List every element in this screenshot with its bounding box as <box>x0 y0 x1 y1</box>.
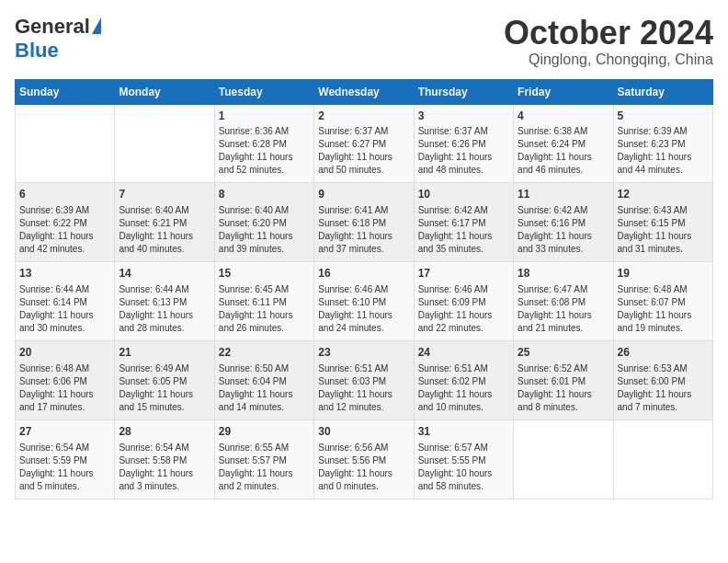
weekday-header-monday: Monday <box>115 79 214 104</box>
sunset-text: Sunset: 6:16 PM <box>518 218 586 228</box>
calendar-week-5: 27Sunrise: 6:54 AMSunset: 5:59 PMDayligh… <box>16 419 713 499</box>
sunset-text: Sunset: 6:27 PM <box>318 139 386 149</box>
sunset-text: Sunset: 6:17 PM <box>418 218 486 228</box>
sunset-text: Sunset: 6:24 PM <box>518 139 586 149</box>
day-number: 29 <box>219 424 310 440</box>
calendar-week-1: 1Sunrise: 6:36 AMSunset: 6:28 PMDaylight… <box>16 104 713 183</box>
calendar-cell: 20Sunrise: 6:48 AMSunset: 6:06 PMDayligh… <box>16 340 115 419</box>
sunrise-text: Sunrise: 6:49 AM <box>119 363 188 373</box>
calendar-cell: 18Sunrise: 6:47 AMSunset: 6:08 PMDayligh… <box>514 262 613 341</box>
sunset-text: Sunset: 5:58 PM <box>119 455 187 465</box>
calendar-cell: 15Sunrise: 6:45 AMSunset: 6:11 PMDayligh… <box>214 262 313 341</box>
day-number: 23 <box>318 345 409 361</box>
day-number: 5 <box>618 109 709 124</box>
day-number: 8 <box>219 187 310 202</box>
sunset-text: Sunset: 6:23 PM <box>618 139 686 149</box>
calendar-cell <box>16 104 115 183</box>
sunset-text: Sunset: 6:06 PM <box>19 376 87 386</box>
sunrise-text: Sunrise: 6:40 AM <box>219 205 289 215</box>
sunset-text: Sunset: 5:56 PM <box>318 455 386 465</box>
logo-general-text: General <box>15 15 90 39</box>
day-number: 20 <box>19 345 110 361</box>
day-number: 11 <box>518 187 609 202</box>
day-number: 19 <box>618 266 709 282</box>
sunset-text: Sunset: 6:15 PM <box>618 218 686 228</box>
sunrise-text: Sunrise: 6:37 AM <box>318 126 388 136</box>
sunset-text: Sunset: 6:28 PM <box>219 139 287 149</box>
sunset-text: Sunset: 6:02 PM <box>418 376 486 386</box>
day-number: 13 <box>19 266 110 282</box>
sunset-text: Sunset: 6:04 PM <box>219 376 287 386</box>
calendar-cell: 27Sunrise: 6:54 AMSunset: 5:59 PMDayligh… <box>16 419 115 499</box>
sunset-text: Sunset: 6:03 PM <box>318 376 386 386</box>
sunrise-text: Sunrise: 6:44 AM <box>19 284 89 294</box>
sunset-text: Sunset: 6:08 PM <box>518 297 586 307</box>
sunrise-text: Sunrise: 6:48 AM <box>19 363 89 373</box>
sunset-text: Sunset: 5:57 PM <box>219 455 287 465</box>
day-number: 12 <box>618 187 709 202</box>
daylight-text: Daylight: 11 hours and 42 minutes. <box>19 231 94 254</box>
day-number: 22 <box>219 345 310 361</box>
day-number: 1 <box>219 109 310 124</box>
sunset-text: Sunset: 6:22 PM <box>19 218 87 228</box>
day-number: 25 <box>518 345 609 361</box>
day-number: 21 <box>119 345 210 361</box>
daylight-text: Daylight: 11 hours and 3 minutes. <box>119 468 193 491</box>
daylight-text: Daylight: 11 hours and 15 minutes. <box>119 389 193 412</box>
calendar-cell: 23Sunrise: 6:51 AMSunset: 6:03 PMDayligh… <box>314 340 414 419</box>
sunrise-text: Sunrise: 6:45 AM <box>219 284 289 294</box>
sunrise-text: Sunrise: 6:52 AM <box>518 363 587 373</box>
day-number: 14 <box>119 266 210 282</box>
daylight-text: Daylight: 11 hours and 44 minutes. <box>618 152 692 175</box>
sunset-text: Sunset: 6:09 PM <box>418 297 486 307</box>
daylight-text: Daylight: 11 hours and 48 minutes. <box>418 152 493 175</box>
calendar-cell: 7Sunrise: 6:40 AMSunset: 6:21 PMDaylight… <box>115 183 214 262</box>
daylight-text: Daylight: 11 hours and 30 minutes. <box>19 310 94 333</box>
daylight-text: Daylight: 11 hours and 35 minutes. <box>418 231 493 254</box>
month-title: October 2024 <box>504 15 713 52</box>
sunset-text: Sunset: 6:21 PM <box>119 218 187 228</box>
calendar-cell: 24Sunrise: 6:51 AMSunset: 6:02 PMDayligh… <box>414 340 513 419</box>
sunrise-text: Sunrise: 6:46 AM <box>318 284 388 294</box>
daylight-text: Daylight: 11 hours and 50 minutes. <box>318 152 392 175</box>
sunrise-text: Sunrise: 6:51 AM <box>418 363 488 373</box>
daylight-text: Daylight: 11 hours and 24 minutes. <box>318 310 392 333</box>
calendar-cell: 22Sunrise: 6:50 AMSunset: 6:04 PMDayligh… <box>214 340 313 419</box>
sunrise-text: Sunrise: 6:41 AM <box>318 205 388 215</box>
weekday-header-sunday: Sunday <box>16 79 115 104</box>
sunrise-text: Sunrise: 6:37 AM <box>418 126 488 136</box>
day-number: 16 <box>318 266 409 282</box>
daylight-text: Daylight: 11 hours and 7 minutes. <box>618 389 692 412</box>
day-number: 31 <box>418 424 509 440</box>
sunrise-text: Sunrise: 6:39 AM <box>618 126 688 136</box>
daylight-text: Daylight: 11 hours and 28 minutes. <box>119 310 193 333</box>
calendar-cell: 4Sunrise: 6:38 AMSunset: 6:24 PMDaylight… <box>514 104 613 183</box>
calendar-cell: 1Sunrise: 6:36 AMSunset: 6:28 PMDaylight… <box>214 104 313 183</box>
calendar-cell: 6Sunrise: 6:39 AMSunset: 6:22 PMDaylight… <box>16 183 115 262</box>
calendar-cell <box>514 419 613 499</box>
daylight-text: Daylight: 11 hours and 12 minutes. <box>318 389 392 412</box>
day-number: 10 <box>418 187 509 202</box>
sunrise-text: Sunrise: 6:43 AM <box>618 205 688 215</box>
daylight-text: Daylight: 11 hours and 5 minutes. <box>19 468 94 491</box>
day-number: 17 <box>418 266 509 282</box>
calendar-cell: 26Sunrise: 6:53 AMSunset: 6:00 PMDayligh… <box>613 340 712 419</box>
calendar-cell: 9Sunrise: 6:41 AMSunset: 6:18 PMDaylight… <box>314 183 414 262</box>
day-number: 4 <box>518 109 609 124</box>
calendar-cell: 17Sunrise: 6:46 AMSunset: 6:09 PMDayligh… <box>414 262 513 341</box>
day-number: 30 <box>318 424 409 440</box>
daylight-text: Daylight: 11 hours and 33 minutes. <box>518 231 592 254</box>
sunrise-text: Sunrise: 6:51 AM <box>318 363 388 373</box>
day-number: 28 <box>119 424 210 440</box>
title-block: October 2024 Qinglong, Chongqing, China <box>504 15 713 68</box>
location-subtitle: Qinglong, Chongqing, China <box>504 52 713 68</box>
sunset-text: Sunset: 6:01 PM <box>518 376 586 386</box>
daylight-text: Daylight: 11 hours and 8 minutes. <box>518 389 592 412</box>
day-number: 7 <box>119 187 210 202</box>
daylight-text: Daylight: 11 hours and 19 minutes. <box>618 310 692 333</box>
calendar-cell: 2Sunrise: 6:37 AMSunset: 6:27 PMDaylight… <box>314 104 414 183</box>
calendar-cell: 8Sunrise: 6:40 AMSunset: 6:20 PMDaylight… <box>214 183 313 262</box>
sunset-text: Sunset: 6:20 PM <box>219 218 287 228</box>
calendar-cell <box>613 419 712 499</box>
page-header: General Blue October 2024 Qinglong, Chon… <box>15 15 713 68</box>
